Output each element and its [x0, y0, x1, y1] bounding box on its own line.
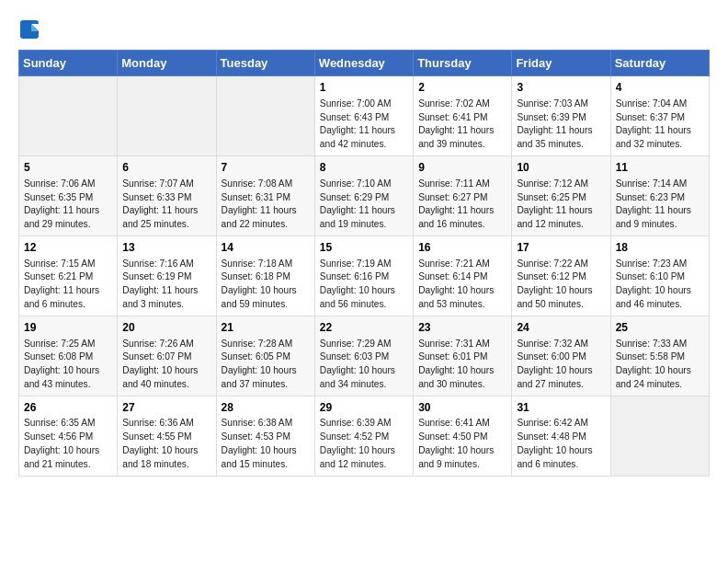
calendar-cell: 10Sunrise: 7:12 AM Sunset: 6:25 PM Dayli…: [512, 155, 610, 236]
day-info: Sunrise: 7:11 AM Sunset: 6:27 PM Dayligh…: [418, 178, 506, 232]
day-info: Sunrise: 7:19 AM Sunset: 6:16 PM Dayligh…: [320, 258, 408, 312]
day-info: Sunrise: 7:00 AM Sunset: 6:43 PM Dayligh…: [320, 98, 408, 152]
day-number: 29: [320, 400, 408, 416]
day-number: 17: [517, 240, 605, 256]
calendar-cell: 13Sunrise: 7:16 AM Sunset: 6:19 PM Dayli…: [118, 236, 216, 316]
day-info: Sunrise: 6:41 AM Sunset: 4:50 PM Dayligh…: [418, 417, 506, 471]
day-info: Sunrise: 7:28 AM Sunset: 6:05 PM Dayligh…: [222, 338, 310, 392]
calendar-cell: 12Sunrise: 7:15 AM Sunset: 6:21 PM Dayli…: [19, 236, 118, 316]
calendar-cell: 31Sunrise: 6:42 AM Sunset: 4:48 PM Dayli…: [512, 396, 610, 476]
day-number: 24: [517, 320, 605, 336]
logo: [18, 18, 44, 40]
day-number: 21: [222, 320, 310, 336]
day-number: 7: [222, 160, 310, 176]
calendar-week-2: 12Sunrise: 7:15 AM Sunset: 6:21 PM Dayli…: [19, 236, 710, 316]
day-number: 20: [122, 320, 210, 336]
calendar-cell: 14Sunrise: 7:18 AM Sunset: 6:18 PM Dayli…: [216, 236, 314, 316]
day-info: Sunrise: 7:08 AM Sunset: 6:31 PM Dayligh…: [222, 178, 310, 232]
day-info: Sunrise: 7:22 AM Sunset: 6:12 PM Dayligh…: [517, 258, 605, 312]
day-info: Sunrise: 7:29 AM Sunset: 6:03 PM Dayligh…: [320, 338, 408, 392]
day-info: Sunrise: 7:15 AM Sunset: 6:21 PM Dayligh…: [24, 258, 112, 312]
day-number: 9: [418, 160, 506, 176]
calendar-cell: 6Sunrise: 7:07 AM Sunset: 6:33 PM Daylig…: [118, 155, 216, 236]
calendar-cell: 27Sunrise: 6:36 AM Sunset: 4:55 PM Dayli…: [118, 396, 216, 476]
day-info: Sunrise: 7:03 AM Sunset: 6:39 PM Dayligh…: [517, 98, 605, 152]
calendar-cell: 7Sunrise: 7:08 AM Sunset: 6:31 PM Daylig…: [216, 155, 314, 236]
col-header-thursday: Thursday: [414, 51, 512, 76]
col-header-monday: Monday: [118, 51, 216, 76]
day-number: 2: [418, 80, 506, 96]
calendar-cell: [216, 76, 314, 156]
day-number: 14: [222, 240, 310, 256]
calendar-cell: 23Sunrise: 7:31 AM Sunset: 6:01 PM Dayli…: [414, 316, 512, 396]
col-header-saturday: Saturday: [610, 51, 709, 76]
calendar-cell: 28Sunrise: 6:38 AM Sunset: 4:53 PM Dayli…: [216, 396, 314, 476]
calendar-cell: [610, 396, 709, 476]
day-info: Sunrise: 7:14 AM Sunset: 6:23 PM Dayligh…: [616, 178, 704, 232]
calendar-cell: 25Sunrise: 7:33 AM Sunset: 5:58 PM Dayli…: [610, 316, 709, 396]
logo-icon: [18, 18, 40, 40]
calendar-cell: 15Sunrise: 7:19 AM Sunset: 6:16 PM Dayli…: [314, 236, 413, 316]
col-header-friday: Friday: [512, 51, 610, 76]
calendar-cell: 22Sunrise: 7:29 AM Sunset: 6:03 PM Dayli…: [314, 316, 413, 396]
day-number: 10: [517, 160, 605, 176]
day-number: 1: [320, 80, 408, 96]
day-info: Sunrise: 7:31 AM Sunset: 6:01 PM Dayligh…: [418, 338, 506, 392]
day-info: Sunrise: 7:23 AM Sunset: 6:10 PM Dayligh…: [616, 258, 704, 312]
day-number: 15: [320, 240, 408, 256]
calendar-cell: [19, 76, 118, 156]
calendar-cell: 18Sunrise: 7:23 AM Sunset: 6:10 PM Dayli…: [610, 236, 709, 316]
day-info: Sunrise: 7:12 AM Sunset: 6:25 PM Dayligh…: [517, 178, 605, 232]
calendar-week-4: 26Sunrise: 6:35 AM Sunset: 4:56 PM Dayli…: [19, 396, 710, 476]
calendar-cell: 21Sunrise: 7:28 AM Sunset: 6:05 PM Dayli…: [216, 316, 314, 396]
calendar-cell: 5Sunrise: 7:06 AM Sunset: 6:35 PM Daylig…: [19, 155, 118, 236]
calendar-cell: 20Sunrise: 7:26 AM Sunset: 6:07 PM Dayli…: [118, 316, 216, 396]
day-number: 3: [517, 80, 605, 96]
calendar-cell: 30Sunrise: 6:41 AM Sunset: 4:50 PM Dayli…: [414, 396, 512, 476]
day-info: Sunrise: 6:36 AM Sunset: 4:55 PM Dayligh…: [122, 417, 210, 471]
calendar-cell: 9Sunrise: 7:11 AM Sunset: 6:27 PM Daylig…: [414, 155, 512, 236]
day-number: 30: [418, 400, 506, 416]
day-info: Sunrise: 6:38 AM Sunset: 4:53 PM Dayligh…: [222, 417, 310, 471]
calendar-week-1: 5Sunrise: 7:06 AM Sunset: 6:35 PM Daylig…: [19, 155, 710, 236]
day-info: Sunrise: 7:26 AM Sunset: 6:07 PM Dayligh…: [122, 338, 210, 392]
day-number: 18: [616, 240, 704, 256]
day-info: Sunrise: 7:16 AM Sunset: 6:19 PM Dayligh…: [122, 258, 210, 312]
day-number: 16: [418, 240, 506, 256]
calendar-cell: 3Sunrise: 7:03 AM Sunset: 6:39 PM Daylig…: [512, 76, 610, 156]
day-number: 31: [517, 400, 605, 416]
calendar-week-0: 1Sunrise: 7:00 AM Sunset: 6:43 PM Daylig…: [19, 76, 710, 156]
day-number: 4: [616, 80, 704, 96]
day-number: 13: [122, 240, 210, 256]
day-number: 12: [24, 240, 112, 256]
col-header-sunday: Sunday: [19, 51, 118, 76]
day-info: Sunrise: 7:33 AM Sunset: 5:58 PM Dayligh…: [616, 338, 704, 392]
calendar-cell: 8Sunrise: 7:10 AM Sunset: 6:29 PM Daylig…: [314, 155, 413, 236]
day-number: 23: [418, 320, 506, 336]
day-number: 6: [122, 160, 210, 176]
day-info: Sunrise: 7:02 AM Sunset: 6:41 PM Dayligh…: [418, 98, 506, 152]
day-number: 19: [24, 320, 112, 336]
day-info: Sunrise: 7:07 AM Sunset: 6:33 PM Dayligh…: [122, 178, 210, 232]
calendar-cell: 1Sunrise: 7:00 AM Sunset: 6:43 PM Daylig…: [314, 76, 413, 156]
day-info: Sunrise: 7:10 AM Sunset: 6:29 PM Dayligh…: [320, 178, 408, 232]
calendar-cell: 2Sunrise: 7:02 AM Sunset: 6:41 PM Daylig…: [414, 76, 512, 156]
calendar-cell: 29Sunrise: 6:39 AM Sunset: 4:52 PM Dayli…: [314, 396, 413, 476]
calendar-cell: [118, 76, 216, 156]
day-info: Sunrise: 7:32 AM Sunset: 6:00 PM Dayligh…: [517, 338, 605, 392]
calendar-table: SundayMondayTuesdayWednesdayThursdayFrid…: [18, 50, 710, 477]
day-number: 27: [122, 400, 210, 416]
day-number: 26: [24, 400, 112, 416]
calendar-cell: 26Sunrise: 6:35 AM Sunset: 4:56 PM Dayli…: [19, 396, 118, 476]
calendar-cell: 11Sunrise: 7:14 AM Sunset: 6:23 PM Dayli…: [610, 155, 709, 236]
day-info: Sunrise: 7:18 AM Sunset: 6:18 PM Dayligh…: [222, 258, 310, 312]
calendar-cell: 24Sunrise: 7:32 AM Sunset: 6:00 PM Dayli…: [512, 316, 610, 396]
col-header-tuesday: Tuesday: [216, 51, 314, 76]
day-info: Sunrise: 6:35 AM Sunset: 4:56 PM Dayligh…: [24, 417, 112, 471]
calendar-cell: 19Sunrise: 7:25 AM Sunset: 6:08 PM Dayli…: [19, 316, 118, 396]
calendar-cell: 4Sunrise: 7:04 AM Sunset: 6:37 PM Daylig…: [610, 76, 709, 156]
day-info: Sunrise: 6:39 AM Sunset: 4:52 PM Dayligh…: [320, 417, 408, 471]
day-info: Sunrise: 7:06 AM Sunset: 6:35 PM Dayligh…: [24, 178, 112, 232]
day-number: 8: [320, 160, 408, 176]
col-header-wednesday: Wednesday: [314, 51, 413, 76]
